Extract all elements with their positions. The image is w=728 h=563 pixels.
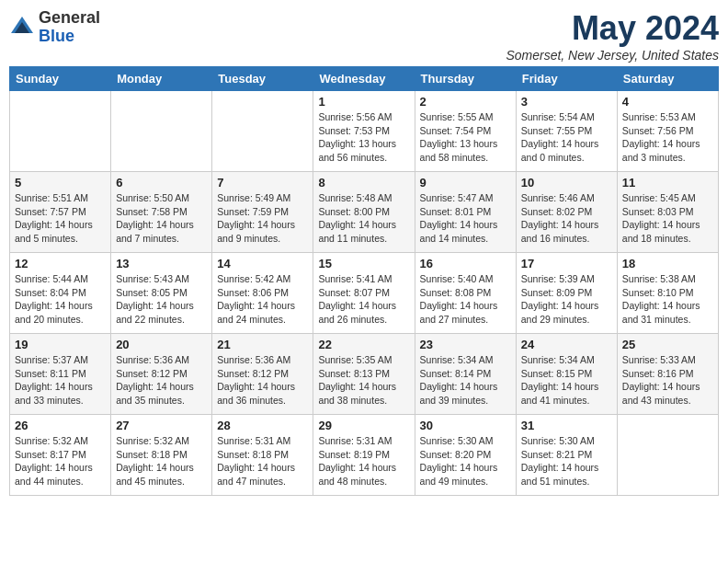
day-number: 30 [420, 419, 511, 432]
day-number: 17 [521, 257, 612, 270]
day-info: Sunrise: 5:36 AM Sunset: 8:12 PM Dayligh… [116, 353, 207, 408]
day-number: 10 [521, 176, 612, 190]
page-header: General Blue May 2024 Somerset, New Jers… [9, 9, 719, 63]
day-number: 15 [318, 257, 409, 270]
calendar-body: 1Sunrise: 5:56 AM Sunset: 7:53 PM Daylig… [10, 91, 719, 496]
day-info: Sunrise: 5:33 AM Sunset: 8:16 PM Dayligh… [622, 353, 713, 408]
calendar-cell [212, 91, 313, 172]
weekday-header-friday: Friday [516, 67, 617, 91]
day-number: 6 [116, 176, 207, 190]
logo-general-text: General [39, 9, 100, 28]
day-number: 22 [318, 338, 409, 351]
calendar-cell: 31Sunrise: 5:30 AM Sunset: 8:21 PM Dayli… [516, 415, 617, 496]
day-number: 24 [521, 338, 612, 351]
weekday-header-saturday: Saturday [617, 67, 718, 91]
calendar-week-1: 1Sunrise: 5:56 AM Sunset: 7:53 PM Daylig… [10, 91, 719, 172]
day-number: 19 [15, 338, 106, 351]
calendar-week-2: 5Sunrise: 5:51 AM Sunset: 7:57 PM Daylig… [10, 172, 719, 253]
day-info: Sunrise: 5:37 AM Sunset: 8:11 PM Dayligh… [15, 353, 106, 408]
weekday-header-wednesday: Wednesday [313, 67, 415, 91]
day-number: 28 [217, 419, 308, 432]
day-info: Sunrise: 5:45 AM Sunset: 8:03 PM Dayligh… [622, 191, 713, 246]
day-info: Sunrise: 5:38 AM Sunset: 8:10 PM Dayligh… [622, 272, 713, 327]
day-info: Sunrise: 5:49 AM Sunset: 7:59 PM Dayligh… [217, 191, 308, 246]
day-info: Sunrise: 5:34 AM Sunset: 8:15 PM Dayligh… [521, 353, 612, 408]
calendar-cell: 11Sunrise: 5:45 AM Sunset: 8:03 PM Dayli… [617, 172, 718, 253]
day-info: Sunrise: 5:30 AM Sunset: 8:20 PM Dayligh… [420, 434, 511, 488]
calendar-week-3: 12Sunrise: 5:44 AM Sunset: 8:04 PM Dayli… [10, 253, 719, 334]
calendar-cell: 21Sunrise: 5:36 AM Sunset: 8:12 PM Dayli… [212, 334, 313, 415]
calendar-cell: 10Sunrise: 5:46 AM Sunset: 8:02 PM Dayli… [516, 172, 617, 253]
day-info: Sunrise: 5:42 AM Sunset: 8:06 PM Dayligh… [217, 272, 308, 327]
weekday-header-monday: Monday [111, 67, 212, 91]
day-number: 11 [622, 176, 713, 190]
calendar-cell: 2Sunrise: 5:55 AM Sunset: 7:54 PM Daylig… [415, 91, 516, 172]
day-info: Sunrise: 5:35 AM Sunset: 8:13 PM Dayligh… [318, 353, 409, 408]
calendar-cell: 22Sunrise: 5:35 AM Sunset: 8:13 PM Dayli… [313, 334, 415, 415]
day-info: Sunrise: 5:31 AM Sunset: 8:18 PM Dayligh… [217, 434, 308, 488]
day-number: 27 [116, 419, 207, 432]
calendar-cell: 23Sunrise: 5:34 AM Sunset: 8:14 PM Dayli… [415, 334, 516, 415]
day-number: 9 [420, 176, 511, 190]
day-info: Sunrise: 5:39 AM Sunset: 8:09 PM Dayligh… [521, 272, 612, 327]
calendar-table: SundayMondayTuesdayWednesdayThursdayFrid… [9, 66, 719, 496]
weekday-header-row: SundayMondayTuesdayWednesdayThursdayFrid… [10, 67, 719, 91]
day-number: 14 [217, 257, 308, 270]
calendar-cell: 20Sunrise: 5:36 AM Sunset: 8:12 PM Dayli… [111, 334, 212, 415]
day-number: 2 [420, 95, 511, 109]
calendar-cell: 1Sunrise: 5:56 AM Sunset: 7:53 PM Daylig… [313, 91, 415, 172]
calendar-cell: 29Sunrise: 5:31 AM Sunset: 8:19 PM Dayli… [313, 415, 415, 496]
day-info: Sunrise: 5:50 AM Sunset: 7:58 PM Dayligh… [116, 191, 207, 246]
calendar-cell: 15Sunrise: 5:41 AM Sunset: 8:07 PM Dayli… [313, 253, 415, 334]
day-info: Sunrise: 5:47 AM Sunset: 8:01 PM Dayligh… [420, 191, 511, 246]
calendar-week-4: 19Sunrise: 5:37 AM Sunset: 8:11 PM Dayli… [10, 334, 719, 415]
calendar-cell: 30Sunrise: 5:30 AM Sunset: 8:20 PM Dayli… [415, 415, 516, 496]
weekday-header-tuesday: Tuesday [212, 67, 313, 91]
calendar-cell: 6Sunrise: 5:50 AM Sunset: 7:58 PM Daylig… [111, 172, 212, 253]
calendar-cell: 18Sunrise: 5:38 AM Sunset: 8:10 PM Dayli… [617, 253, 718, 334]
calendar-cell: 12Sunrise: 5:44 AM Sunset: 8:04 PM Dayli… [10, 253, 111, 334]
calendar-cell: 25Sunrise: 5:33 AM Sunset: 8:16 PM Dayli… [617, 334, 718, 415]
day-number: 3 [521, 95, 612, 109]
title-block: May 2024 Somerset, New Jersey, United St… [506, 9, 719, 63]
day-number: 8 [318, 176, 409, 190]
calendar-cell: 7Sunrise: 5:49 AM Sunset: 7:59 PM Daylig… [212, 172, 313, 253]
calendar-cell: 13Sunrise: 5:43 AM Sunset: 8:05 PM Dayli… [111, 253, 212, 334]
day-number: 12 [15, 257, 106, 270]
calendar-cell: 4Sunrise: 5:53 AM Sunset: 7:56 PM Daylig… [617, 91, 718, 172]
day-info: Sunrise: 5:30 AM Sunset: 8:21 PM Dayligh… [521, 434, 612, 488]
day-number: 1 [318, 95, 409, 109]
day-number: 4 [622, 95, 713, 109]
day-number: 16 [420, 257, 511, 270]
calendar-cell: 14Sunrise: 5:42 AM Sunset: 8:06 PM Dayli… [212, 253, 313, 334]
day-number: 31 [521, 419, 612, 432]
calendar-cell: 26Sunrise: 5:32 AM Sunset: 8:17 PM Dayli… [10, 415, 111, 496]
day-info: Sunrise: 5:53 AM Sunset: 7:56 PM Dayligh… [622, 110, 713, 165]
day-info: Sunrise: 5:32 AM Sunset: 8:18 PM Dayligh… [116, 434, 207, 488]
weekday-header-thursday: Thursday [415, 67, 516, 91]
day-info: Sunrise: 5:56 AM Sunset: 7:53 PM Dayligh… [318, 110, 409, 165]
day-number: 26 [15, 419, 106, 432]
calendar-cell: 5Sunrise: 5:51 AM Sunset: 7:57 PM Daylig… [10, 172, 111, 253]
day-info: Sunrise: 5:36 AM Sunset: 8:12 PM Dayligh… [217, 353, 308, 408]
calendar-cell: 8Sunrise: 5:48 AM Sunset: 8:00 PM Daylig… [313, 172, 415, 253]
day-number: 23 [420, 338, 511, 351]
calendar-cell: 27Sunrise: 5:32 AM Sunset: 8:18 PM Dayli… [111, 415, 212, 496]
day-info: Sunrise: 5:31 AM Sunset: 8:19 PM Dayligh… [318, 434, 409, 488]
day-number: 25 [622, 338, 713, 351]
calendar-cell [111, 91, 212, 172]
day-info: Sunrise: 5:40 AM Sunset: 8:08 PM Dayligh… [420, 272, 511, 327]
calendar-cell: 19Sunrise: 5:37 AM Sunset: 8:11 PM Dayli… [10, 334, 111, 415]
location-text: Somerset, New Jersey, United States [506, 48, 719, 63]
day-info: Sunrise: 5:41 AM Sunset: 8:07 PM Dayligh… [318, 272, 409, 327]
day-number: 18 [622, 257, 713, 270]
day-info: Sunrise: 5:55 AM Sunset: 7:54 PM Dayligh… [420, 110, 511, 165]
calendar-cell: 28Sunrise: 5:31 AM Sunset: 8:18 PM Dayli… [212, 415, 313, 496]
day-number: 13 [116, 257, 207, 270]
calendar-cell: 9Sunrise: 5:47 AM Sunset: 8:01 PM Daylig… [415, 172, 516, 253]
day-number: 20 [116, 338, 207, 351]
day-number: 21 [217, 338, 308, 351]
logo-blue-text: Blue [39, 28, 100, 46]
day-number: 5 [15, 176, 106, 190]
day-info: Sunrise: 5:46 AM Sunset: 8:02 PM Dayligh… [521, 191, 612, 246]
